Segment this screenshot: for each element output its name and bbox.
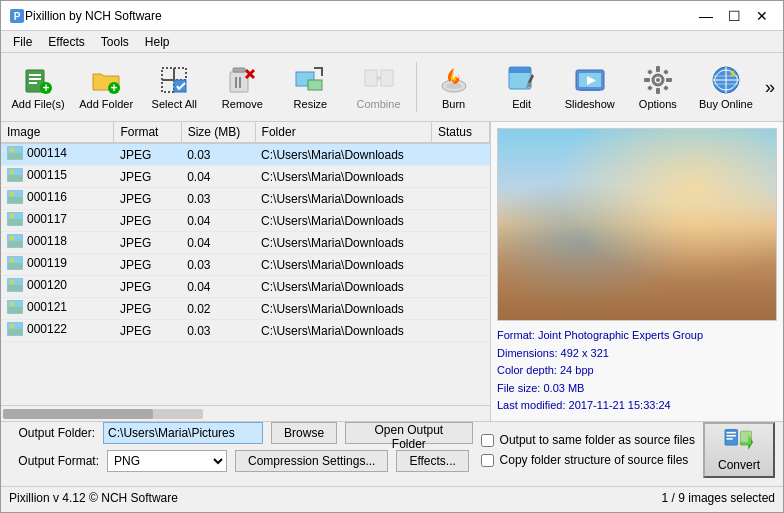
add-files-button[interactable]: + Add File(s) (5, 57, 71, 117)
svg-point-71 (10, 324, 14, 328)
svg-point-87 (728, 133, 766, 171)
bottom-actions: Output Folder: Browse Open Output Folder… (1, 422, 783, 486)
cell-image: 000116 (1, 188, 114, 210)
table-row[interactable]: 000119 JPEG 0.03 C:\Users\Maria\Download… (1, 254, 490, 276)
svg-point-77 (639, 181, 693, 219)
slideshow-label: Slideshow (565, 98, 615, 110)
svg-rect-37 (647, 85, 653, 91)
cell-size: 0.04 (181, 210, 255, 232)
remove-icon (226, 64, 258, 96)
table-row[interactable]: 000116 JPEG 0.03 C:\Users\Maria\Download… (1, 188, 490, 210)
svg-point-50 (10, 170, 14, 174)
table-row[interactable]: 000120 JPEG 0.04 C:\Users\Maria\Download… (1, 276, 490, 298)
file-list-area: Image Format Size (MB) Folder Status (1, 122, 491, 421)
table-row[interactable]: 000117 JPEG 0.04 C:\Users\Maria\Download… (1, 210, 490, 232)
image-thumb-icon (7, 234, 23, 248)
svg-point-76 (639, 184, 693, 245)
svg-rect-10 (162, 68, 174, 80)
col-size[interactable]: Size (MB) (181, 122, 255, 143)
image-thumb-icon (7, 146, 23, 160)
cell-format: JPEG (114, 320, 181, 342)
svg-rect-94 (727, 438, 733, 440)
svg-point-78 (632, 186, 651, 234)
slideshow-button[interactable]: Slideshow (557, 57, 623, 117)
table-row[interactable]: 000118 JPEG 0.04 C:\Users\Maria\Download… (1, 232, 490, 254)
svg-point-79 (680, 186, 699, 234)
col-folder[interactable]: Folder (255, 122, 431, 143)
same-folder-checkbox-row: Output to same folder as source files (481, 433, 695, 447)
options-button[interactable]: Options (625, 57, 691, 117)
cell-format: JPEG (114, 188, 181, 210)
cell-status (431, 166, 489, 188)
minimize-button[interactable]: — (693, 6, 719, 26)
copy-structure-checkbox[interactable] (481, 454, 494, 467)
menu-help[interactable]: Help (137, 32, 178, 52)
open-output-folder-button[interactable]: Open Output Folder (345, 422, 472, 444)
col-format[interactable]: Format (114, 122, 181, 143)
preview-color-depth: Color depth: 24 bpp (497, 362, 777, 380)
svg-rect-33 (644, 78, 650, 82)
cell-status (431, 254, 489, 276)
output-format-select[interactable]: PNG JPEG BMP TIFF GIF PDF WEBP (107, 450, 227, 472)
cell-folder: C:\Users\Maria\Downloads (255, 276, 431, 298)
status-left: Pixillion v 4.12 © NCH Software (9, 491, 178, 505)
cell-format: JPEG (114, 166, 181, 188)
menu-effects[interactable]: Effects (40, 32, 92, 52)
burn-label: Burn (442, 98, 465, 110)
combine-button[interactable]: Combine (345, 57, 411, 117)
file-list-scroll[interactable]: Image Format Size (MB) Folder Status (1, 122, 490, 405)
cell-folder: C:\Users\Maria\Downloads (255, 232, 431, 254)
output-folder-input[interactable] (103, 422, 263, 444)
edit-button[interactable]: Edit (489, 57, 555, 117)
table-row[interactable]: 000122 JPEG 0.03 C:\Users\Maria\Download… (1, 320, 490, 342)
browse-button[interactable]: Browse (271, 422, 337, 444)
preview-info: Format: Joint Photographic Experts Group… (497, 327, 777, 415)
menu-file[interactable]: File (5, 32, 40, 52)
resize-button[interactable]: Resize (277, 57, 343, 117)
col-image[interactable]: Image (1, 122, 114, 143)
cell-format: JPEG (114, 298, 181, 320)
table-row[interactable]: 000114 JPEG 0.03 C:\Users\Maria\Download… (1, 143, 490, 166)
svg-rect-25 (509, 67, 531, 73)
add-folder-button[interactable]: + Add Folder (73, 57, 139, 117)
menu-tools[interactable]: Tools (93, 32, 137, 52)
close-button[interactable]: ✕ (749, 6, 775, 26)
cell-folder: C:\Users\Maria\Downloads (255, 298, 431, 320)
maximize-button[interactable]: ☐ (721, 6, 747, 26)
compression-settings-button[interactable]: Compression Settings... (235, 450, 388, 472)
svg-rect-35 (647, 69, 653, 75)
output-folder-row: Output Folder: Browse Open Output Folder (9, 422, 473, 444)
select-all-button[interactable]: Select All (141, 57, 207, 117)
svg-rect-34 (666, 78, 672, 82)
same-folder-checkbox[interactable] (481, 434, 494, 447)
col-status[interactable]: Status (431, 122, 489, 143)
horizontal-scrollbar[interactable] (1, 405, 490, 421)
cell-size: 0.04 (181, 276, 255, 298)
slideshow-icon (574, 64, 606, 96)
edit-label: Edit (512, 98, 531, 110)
convert-button[interactable]: Convert (703, 422, 775, 478)
bottom-left: Output Folder: Browse Open Output Folder… (9, 422, 473, 478)
svg-rect-55 (8, 219, 22, 225)
svg-rect-91 (725, 430, 737, 446)
svg-rect-32 (656, 88, 660, 94)
convert-icon (723, 428, 755, 456)
effects-button[interactable]: Effects... (396, 450, 468, 472)
status-right: 1 / 9 images selected (662, 491, 775, 505)
bottom-right: Output to same folder as source files Co… (481, 422, 695, 478)
toolbar-overflow[interactable]: » (761, 73, 779, 102)
toolbar: + Add File(s) + Add Folder (1, 53, 783, 122)
burn-button[interactable]: Burn (421, 57, 487, 117)
cell-format: JPEG (114, 232, 181, 254)
buy-online-button[interactable]: $ Buy Online (693, 57, 759, 117)
cell-size: 0.03 (181, 254, 255, 276)
svg-rect-21 (381, 70, 393, 86)
table-row[interactable]: 000115 JPEG 0.04 C:\Users\Maria\Download… (1, 166, 490, 188)
file-table: Image Format Size (MB) Folder Status (1, 122, 490, 342)
cell-folder: C:\Users\Maria\Downloads (255, 254, 431, 276)
cell-folder: C:\Users\Maria\Downloads (255, 320, 431, 342)
remove-button[interactable]: Remove (209, 57, 275, 117)
app-icon: P (9, 8, 25, 24)
table-row[interactable]: 000121 JPEG 0.02 C:\Users\Maria\Download… (1, 298, 490, 320)
cell-status (431, 232, 489, 254)
